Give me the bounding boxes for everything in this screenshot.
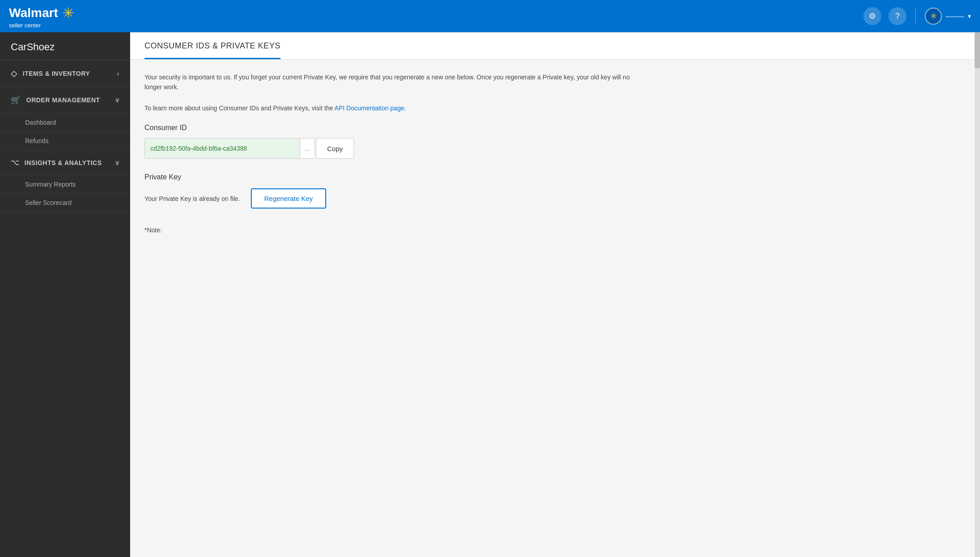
store-name: CarShoez (0, 32, 130, 61)
page-content: Your security is important to us. If you… (130, 60, 980, 557)
gear-icon: ⚙ (869, 11, 876, 21)
analytics-icon: ⌥ (11, 158, 19, 167)
regenerate-key-button[interactable]: Regenerate Key (251, 188, 326, 209)
help-button[interactable]: ? (888, 7, 906, 25)
user-name-label: ——— (945, 13, 964, 20)
consumer-id-value: cd2fb192-50fa-4bdd-bf6a-ca34388 (145, 139, 300, 158)
description2-suffix: . (404, 104, 406, 112)
private-key-on-file-text: Your Private Key is already on file. (144, 195, 240, 202)
private-key-section: Private Key Your Private Key is already … (144, 173, 966, 209)
sidebar-item-insights-analytics[interactable]: ⌥ INSIGHTS & ANALYTICS ∨ (0, 150, 130, 175)
sidebar-item-items-inventory[interactable]: ◇ ITEMS & INVENTORY › (0, 61, 130, 87)
private-key-row: Your Private Key is already on file. Reg… (144, 188, 966, 209)
insights-analytics-chevron: ∨ (115, 159, 120, 166)
user-menu-button[interactable]: ✳ ——— ▾ (925, 8, 971, 25)
sidebar-item-summary-reports[interactable]: Summary Reports (0, 175, 130, 194)
consumer-id-field: cd2fb192-50fa-4bdd-bf6a-ca34388 ... (144, 138, 315, 159)
walmart-logo: Walmart ✳ seller center (9, 4, 74, 28)
user-avatar-icon: ✳ (930, 11, 937, 21)
page-header: CONSUMER IDS & PRIVATE KEYS (130, 32, 980, 60)
items-inventory-icon: ◇ (11, 69, 18, 78)
sidebar: CarShoez ◇ ITEMS & INVENTORY › 🛒 ORDER M… (0, 32, 130, 557)
private-key-label: Private Key (144, 173, 966, 181)
order-management-label: ORDER MANAGEMENT (26, 96, 100, 104)
description-text-2: To learn more about using Consumer IDs a… (144, 103, 638, 113)
items-inventory-chevron: › (117, 70, 119, 77)
user-avatar: ✳ (925, 8, 942, 25)
sidebar-item-seller-scorecard[interactable]: Seller Scorecard (0, 194, 130, 212)
navbar-right: ⚙ ? ✳ ——— ▾ (863, 7, 971, 25)
note-label: *Note: (144, 226, 966, 234)
order-management-icon: 🛒 (11, 95, 21, 105)
consumer-id-row: cd2fb192-50fa-4bdd-bf6a-ca34388 ... Copy (144, 138, 966, 159)
sidebar-item-refunds[interactable]: Refunds (0, 132, 130, 150)
sidebar-item-order-management[interactable]: 🛒 ORDER MANAGEMENT ∨ (0, 87, 130, 113)
scrollbar-track[interactable] (975, 32, 980, 557)
brand-logo: Walmart ✳ seller center (9, 4, 74, 28)
spark-icon: ✳ (62, 4, 74, 22)
question-icon: ? (895, 12, 900, 21)
top-navbar: Walmart ✳ seller center ⚙ ? ✳ ——— ▾ (0, 0, 980, 32)
seller-center-label: seller center (9, 22, 41, 28)
chevron-down-icon: ▾ (968, 13, 971, 20)
consumer-id-label: Consumer ID (144, 124, 966, 132)
api-documentation-link[interactable]: API Documentation page (334, 104, 404, 112)
order-management-chevron: ∨ (115, 96, 120, 104)
walmart-name: Walmart (9, 7, 58, 19)
description2-prefix: To learn more about using Consumer IDs a… (144, 104, 334, 112)
copy-button[interactable]: Copy (316, 138, 354, 159)
nav-divider (915, 8, 916, 24)
nav-label-group: ◇ ITEMS & INVENTORY (11, 69, 117, 78)
description-text-1: Your security is important to us. If you… (144, 72, 638, 92)
page-tab-consumer-ids[interactable]: CONSUMER IDS & PRIVATE KEYS (144, 32, 280, 59)
insights-analytics-label: INSIGHTS & ANALYTICS (25, 159, 102, 166)
main-layout: CarShoez ◇ ITEMS & INVENTORY › 🛒 ORDER M… (0, 32, 980, 557)
sidebar-item-dashboard[interactable]: Dashboard (0, 113, 130, 132)
content-area: CONSUMER IDS & PRIVATE KEYS Your securit… (130, 32, 980, 557)
settings-button[interactable]: ⚙ (863, 7, 881, 25)
scrollbar-thumb[interactable] (975, 32, 980, 68)
nav-label-group-order: 🛒 ORDER MANAGEMENT (11, 95, 115, 105)
items-inventory-label: ITEMS & INVENTORY (23, 70, 90, 77)
consumer-id-dots: ... (300, 139, 315, 158)
nav-label-group-analytics: ⌥ INSIGHTS & ANALYTICS (11, 158, 115, 167)
